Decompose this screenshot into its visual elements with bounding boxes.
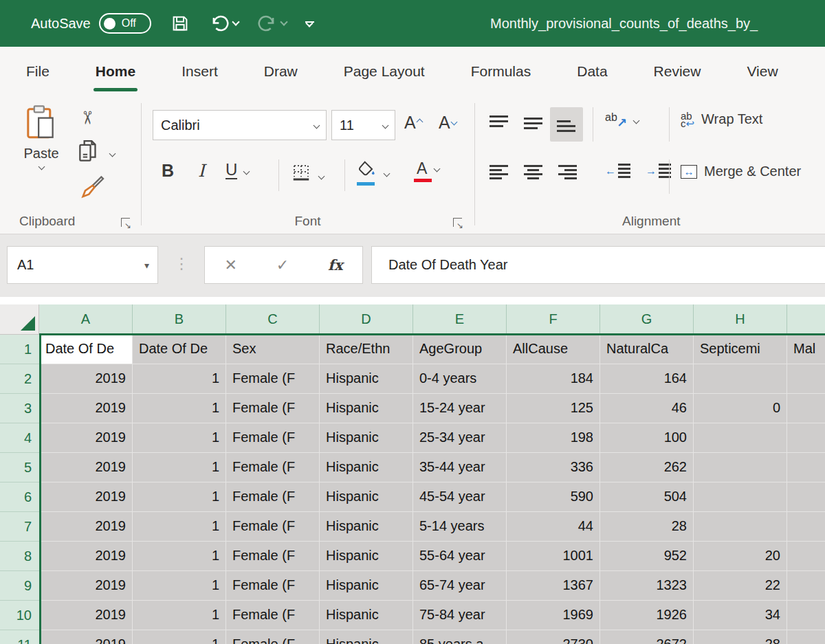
cell-H9[interactable]: 22 <box>694 571 787 601</box>
row-header-3[interactable]: 3 <box>0 394 39 423</box>
cell-G9[interactable]: 1323 <box>600 571 694 601</box>
cell-A2[interactable]: 2019 <box>39 364 133 394</box>
cut-button[interactable]: ✂ <box>80 107 95 129</box>
formula-bar-resize-handle[interactable]: ⋮ <box>174 255 189 273</box>
wrap-text-button[interactable]: ab c↩ Wrap Text <box>681 111 762 127</box>
tab-insert[interactable]: Insert <box>182 47 218 96</box>
column-header-C[interactable]: C <box>226 304 320 335</box>
cell-I6[interactable] <box>787 482 825 512</box>
increase-indent-button[interactable]: → <box>646 164 671 179</box>
autosave-toggle[interactable]: AutoSave Off <box>31 13 151 34</box>
cell-C9[interactable]: Female (F <box>226 571 320 601</box>
customize-qat-button[interactable] <box>305 21 314 26</box>
cell-H10[interactable]: 34 <box>694 601 787 630</box>
cell-A1[interactable]: Date Of De <box>39 335 133 364</box>
cell-I9[interactable] <box>787 571 825 601</box>
cell-H7[interactable] <box>694 512 787 542</box>
tab-page-layout[interactable]: Page Layout <box>344 47 425 96</box>
align-left-button[interactable] <box>490 165 508 181</box>
cell-C3[interactable]: Female (F <box>226 394 320 423</box>
underline-button[interactable]: U <box>226 161 249 179</box>
cell-C1[interactable]: Sex <box>226 335 320 364</box>
cell-A4[interactable]: 2019 <box>39 423 133 453</box>
column-header-B[interactable]: B <box>133 304 226 335</box>
cell-B10[interactable]: 1 <box>133 601 226 630</box>
cell-F11[interactable]: 2730 <box>507 630 600 644</box>
column-header-A[interactable]: A <box>39 304 133 335</box>
row-header-2[interactable]: 2 <box>0 364 39 394</box>
cell-I11[interactable] <box>787 630 825 644</box>
tab-view[interactable]: View <box>747 47 778 96</box>
cell-G11[interactable]: 2672 <box>600 630 694 644</box>
cell-C5[interactable]: Female (F <box>226 453 320 482</box>
tab-review[interactable]: Review <box>654 47 701 96</box>
autosave-toggle-icon[interactable]: Off <box>99 13 151 34</box>
font-size-select[interactable]: 11 <box>331 110 395 140</box>
cell-I1[interactable]: Mal <box>787 335 825 364</box>
clipboard-dialog-launcher[interactable]: ↘ <box>121 218 130 227</box>
cell-C2[interactable]: Female (F <box>226 364 320 394</box>
bottom-align-button[interactable] <box>550 107 583 142</box>
font-dialog-launcher[interactable]: ↘ <box>453 218 462 227</box>
cell-B2[interactable]: 1 <box>133 364 226 394</box>
name-box[interactable]: A1 ▾ <box>7 246 158 284</box>
cell-E1[interactable]: AgeGroup <box>413 335 507 364</box>
cell-D2[interactable]: Hispanic <box>320 364 413 394</box>
cell-H4[interactable] <box>694 423 787 453</box>
cell-E8[interactable]: 55-64 year <box>413 542 507 571</box>
cell-F10[interactable]: 1969 <box>507 601 600 630</box>
save-button[interactable] <box>170 13 190 34</box>
cell-E5[interactable]: 35-44 year <box>413 453 507 482</box>
cell-E2[interactable]: 0-4 years <box>413 364 507 394</box>
bold-button[interactable]: B <box>162 161 174 181</box>
tab-home[interactable]: Home <box>96 47 135 96</box>
cell-I10[interactable] <box>787 601 825 630</box>
cell-D10[interactable]: Hispanic <box>320 601 413 630</box>
row-header-11[interactable]: 11 <box>0 630 39 644</box>
cell-C4[interactable]: Female (F <box>226 423 320 453</box>
decrease-font-size-button[interactable]: A <box>439 113 456 133</box>
formula-input[interactable]: Date Of Death Year <box>371 246 825 284</box>
paste-button[interactable]: Paste <box>14 104 69 169</box>
cell-D5[interactable]: Hispanic <box>320 453 413 482</box>
cell-F6[interactable]: 590 <box>507 482 600 512</box>
row-header-4[interactable]: 4 <box>0 423 39 453</box>
column-header-E[interactable]: E <box>413 304 507 335</box>
cell-G10[interactable]: 1926 <box>600 601 694 630</box>
cell-I2[interactable] <box>787 364 825 394</box>
cell-B5[interactable]: 1 <box>133 453 226 482</box>
align-right-button[interactable] <box>558 165 577 181</box>
cell-G8[interactable]: 952 <box>600 542 694 571</box>
cell-F3[interactable]: 125 <box>507 394 600 423</box>
cell-A6[interactable]: 2019 <box>39 482 133 512</box>
row-header-8[interactable]: 8 <box>0 542 39 571</box>
name-box-dropdown-icon[interactable]: ▾ <box>144 260 149 271</box>
cell-H5[interactable] <box>694 453 787 482</box>
cell-D4[interactable]: Hispanic <box>320 423 413 453</box>
orientation-dropdown-icon[interactable] <box>633 117 640 124</box>
cell-F7[interactable]: 44 <box>507 512 600 542</box>
font-color-button[interactable]: A <box>417 161 439 177</box>
cell-F1[interactable]: AllCause <box>507 335 600 364</box>
undo-dropdown-icon[interactable] <box>232 18 239 25</box>
middle-align-button[interactable] <box>524 115 542 132</box>
cell-I7[interactable] <box>787 512 825 542</box>
cell-H8[interactable]: 20 <box>694 542 787 571</box>
orientation-button[interactable]: ab ↗ <box>605 111 639 129</box>
underline-dropdown-icon[interactable] <box>243 168 250 175</box>
top-align-button[interactable] <box>490 115 508 132</box>
borders-button[interactable] <box>291 162 324 186</box>
cell-F2[interactable]: 184 <box>507 364 600 394</box>
format-painter-button[interactable] <box>78 173 106 203</box>
cancel-button[interactable]: ✕ <box>224 256 236 274</box>
insert-function-button[interactable]: fx <box>328 256 343 274</box>
redo-button[interactable] <box>257 13 287 34</box>
cell-F4[interactable]: 198 <box>507 423 600 453</box>
cell-G3[interactable]: 46 <box>600 394 694 423</box>
cell-A7[interactable]: 2019 <box>39 512 133 542</box>
tab-data[interactable]: Data <box>577 47 607 96</box>
cell-B11[interactable]: 1 <box>133 630 226 644</box>
cell-B7[interactable]: 1 <box>133 512 226 542</box>
column-header-I[interactable]: I <box>787 304 825 335</box>
cell-B8[interactable]: 1 <box>133 542 226 571</box>
